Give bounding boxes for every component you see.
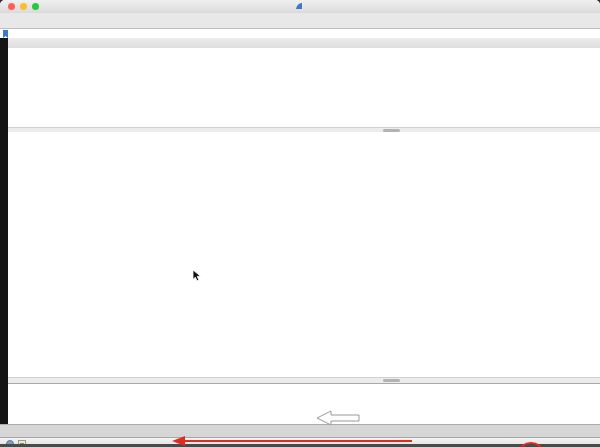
title-bar (0, 0, 600, 14)
filter-bookmark-icon[interactable] (2, 30, 10, 38)
window-title (0, 0, 600, 13)
packet-list (0, 48, 600, 127)
hex-dump-pane (0, 383, 600, 425)
wireshark-icon (295, 2, 303, 10)
wireshark-window (0, 0, 600, 447)
left-edge-strip (0, 38, 8, 424)
hex-tab-bar (0, 424, 600, 438)
packet-details-pane (0, 132, 600, 377)
scroll-thumb[interactable] (383, 379, 400, 382)
main-toolbar (0, 13, 600, 29)
